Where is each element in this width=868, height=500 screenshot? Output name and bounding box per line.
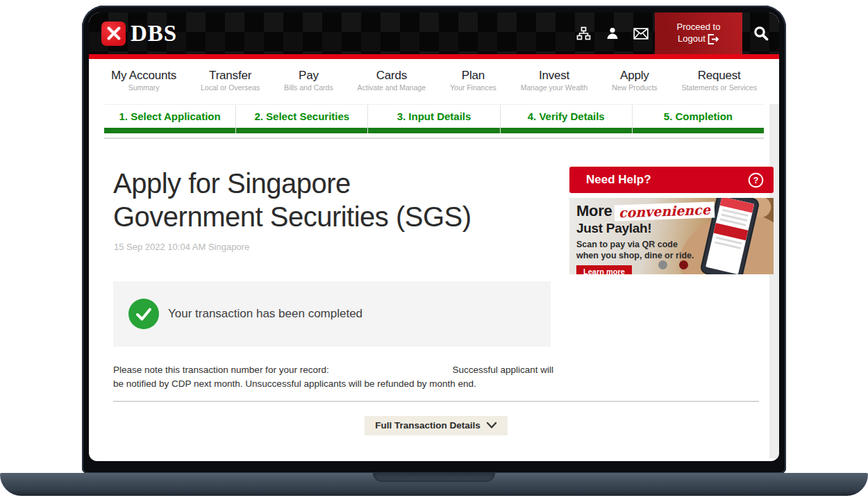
nav-item-apply[interactable]: Apply New Products <box>612 69 657 92</box>
laptop-screen-bezel: DBS <box>82 6 786 474</box>
header-actions: Proceed to Logout <box>569 12 779 54</box>
nav-sublabel: Summary <box>111 83 176 92</box>
promo-body-line1: Scan to pay via QR code <box>576 239 715 250</box>
promo-text: Moreconvenience Just Paylah! Scan to pay… <box>576 202 715 274</box>
nav-label: Transfer <box>201 69 260 83</box>
nav-sublabel: Manage your Wealth <box>521 83 588 92</box>
need-help-banner[interactable]: Need Help? ? <box>569 167 774 193</box>
success-message: Your transaction has been completed <box>168 307 362 321</box>
success-check-icon <box>128 299 159 329</box>
nav-sublabel: Activate and Manage <box>358 83 426 92</box>
mail-icon[interactable] <box>626 12 655 54</box>
steps-underline <box>104 138 764 139</box>
search-icon[interactable] <box>742 12 779 54</box>
step-progress-bar <box>104 128 235 133</box>
nav-label: Pay <box>284 69 333 83</box>
step-verify-details: 4. Verify Details <box>500 105 632 133</box>
transaction-note: Please note this transaction number for … <box>113 363 553 391</box>
note-line2: be notified by CDP next month. Unsuccess… <box>113 377 553 391</box>
step-label: 1. Select Application <box>119 110 221 122</box>
need-help-title: Need Help? <box>586 173 651 187</box>
carousel-dot-2[interactable] <box>679 260 688 269</box>
step-label: 5. Completion <box>664 110 733 122</box>
carousel-dots <box>658 260 688 269</box>
step-progress-bar <box>368 128 499 133</box>
laptop-mockup: DBS <box>0 0 868 500</box>
sitemap-icon[interactable] <box>569 12 598 54</box>
paylah-promo-banner[interactable]: Moreconvenience Just Paylah! Scan to pay… <box>569 198 774 274</box>
nav-item-plan[interactable]: Plan Your Finances <box>450 69 496 92</box>
profile-icon[interactable] <box>598 12 626 54</box>
help-question-icon[interactable]: ? <box>748 172 764 188</box>
step-select-securities: 2. Select Securities <box>235 105 367 133</box>
nav-label: My Accounts <box>111 69 176 83</box>
nav-label: Plan <box>450 69 496 83</box>
main-nav: My Accounts Summary Transfer Local or Ov… <box>89 59 779 101</box>
nav-item-invest[interactable]: Invest Manage your Wealth <box>521 69 588 92</box>
promo-headline: More <box>576 202 612 219</box>
step-progress-bar <box>633 128 764 133</box>
site-header: DBS <box>89 12 779 54</box>
page-title: Apply for Singapore Government Securitie… <box>113 167 471 233</box>
learn-more-button[interactable]: Learn more <box>576 265 632 274</box>
nav-sublabel: Statements or Services <box>681 83 757 92</box>
nav-label: Cards <box>358 69 426 83</box>
nav-item-cards[interactable]: Cards Activate and Manage <box>358 69 426 92</box>
promo-headline-script: convenience <box>615 201 715 221</box>
step-input-details: 3. Input Details <box>367 105 499 133</box>
logout-label-line1: Proceed to <box>677 22 721 33</box>
note-record-label: Please note this transaction number for … <box>113 363 329 377</box>
step-label: 2. Select Securities <box>254 110 349 122</box>
step-label: 3. Input Details <box>397 110 471 122</box>
browser-viewport: DBS <box>89 12 779 461</box>
step-progress-bar <box>236 128 367 133</box>
step-select-application: 1. Select Application <box>104 105 235 133</box>
content-divider <box>113 401 759 402</box>
nav-label: Apply <box>612 69 657 83</box>
carousel-dot-1[interactable] <box>658 260 667 269</box>
dbs-logo-text: DBS <box>131 22 177 45</box>
nav-item-pay[interactable]: Pay Bills and Cards <box>284 69 333 92</box>
timestamp: 15 Sep 2022 10:04 AM Singapore <box>114 242 249 252</box>
nav-label: Invest <box>521 69 588 83</box>
brand-red-stripe <box>89 54 779 59</box>
step-progress-bar <box>501 128 632 133</box>
nav-item-request[interactable]: Request Statements or Services <box>681 69 757 92</box>
logout-label-line2: Logout <box>678 33 706 45</box>
details-button-label: Full Transaction Details <box>375 420 481 431</box>
nav-sublabel: New Products <box>612 83 657 92</box>
svg-text:?: ? <box>753 176 759 185</box>
logout-icon <box>708 34 719 44</box>
nav-sublabel: Bills and Cards <box>284 83 333 92</box>
step-completion: 5. Completion <box>632 105 764 133</box>
full-transaction-details-button[interactable]: Full Transaction Details <box>365 416 508 435</box>
note-line1-right: Successful applicant will <box>452 363 553 377</box>
details-row: Full Transaction Details <box>113 416 759 435</box>
promo-headline2: Just Paylah! <box>576 221 715 236</box>
nav-item-my-accounts[interactable]: My Accounts Summary <box>111 69 176 92</box>
nav-sublabel: Local or Overseas <box>201 83 260 92</box>
chevron-down-icon <box>486 422 497 429</box>
nav-sublabel: Your Finances <box>450 83 496 92</box>
page-background-gutter <box>769 104 779 458</box>
dbs-logo-icon <box>101 22 126 46</box>
promo-body-line2: when you shop, dine or ride. <box>576 250 715 261</box>
nav-label: Request <box>681 69 757 83</box>
logout-button[interactable]: Proceed to Logout <box>655 12 742 54</box>
success-message-box: Your transaction has been completed <box>113 281 551 347</box>
dbs-logo: DBS <box>101 12 177 54</box>
progress-steps: 1. Select Application 2. Select Securiti… <box>104 104 764 133</box>
step-label: 4. Verify Details <box>528 110 605 122</box>
nav-item-transfer[interactable]: Transfer Local or Overseas <box>201 69 260 92</box>
laptop-base <box>0 473 868 496</box>
laptop-base-notch <box>373 473 495 482</box>
